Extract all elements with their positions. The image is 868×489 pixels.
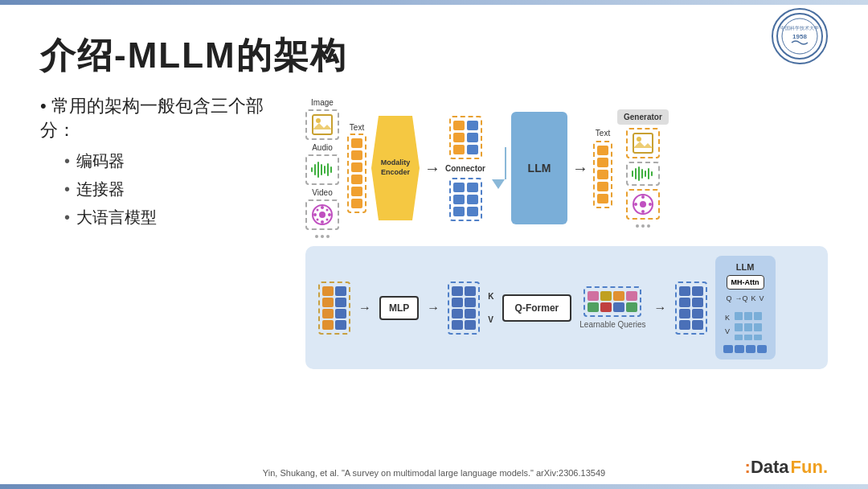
svg-text:V: V bbox=[725, 327, 730, 335]
image-modality: Image bbox=[305, 98, 339, 140]
svg-rect-4 bbox=[313, 115, 332, 134]
svg-point-26 bbox=[637, 137, 641, 142]
svg-rect-49 bbox=[744, 335, 752, 340]
svg-rect-13 bbox=[330, 166, 332, 173]
diagram-wrapper: Image Audio bbox=[305, 98, 828, 369]
left-panel: • 常用的架构一般包含三个部分： 编码器 连接器 大语言模型 bbox=[40, 94, 289, 369]
output-dots bbox=[636, 224, 650, 228]
bd-output-tokens bbox=[675, 281, 707, 335]
qkv-grid-svg: K V bbox=[723, 306, 768, 342]
svg-rect-12 bbox=[327, 163, 329, 176]
text-token-cell-5 bbox=[351, 187, 362, 196]
svg-rect-47 bbox=[754, 323, 762, 331]
svg-rect-8 bbox=[314, 164, 316, 175]
q-label: Q bbox=[727, 294, 732, 302]
svg-rect-27 bbox=[632, 171, 633, 177]
llm-box: LLM bbox=[511, 112, 567, 224]
svg-rect-9 bbox=[317, 162, 319, 178]
qformer-area: Q-Former bbox=[502, 294, 572, 322]
learnable-tokens bbox=[583, 286, 641, 317]
learnable-label: Learnable Queries bbox=[579, 320, 645, 329]
text-token-cell-2 bbox=[351, 150, 362, 160]
video-modality: Video bbox=[305, 188, 339, 230]
text-token-col bbox=[347, 134, 366, 213]
svg-point-35 bbox=[640, 201, 646, 208]
svg-rect-32 bbox=[648, 168, 649, 179]
mh-attn-box: MH-Attn bbox=[727, 275, 764, 290]
bd-arrow-2: → bbox=[427, 301, 440, 315]
svg-rect-28 bbox=[635, 168, 637, 179]
svg-point-22 bbox=[317, 219, 319, 221]
svg-point-37 bbox=[641, 210, 645, 213]
audio-modality: Audio bbox=[305, 143, 339, 185]
k-label-inner: K bbox=[751, 294, 756, 302]
qformer-box: Q-Former bbox=[502, 294, 572, 322]
input-modalities: Image Audio bbox=[305, 98, 339, 238]
bottom-diagram: → MLP → bbox=[305, 246, 828, 369]
svg-text:中国科学技术大学: 中国科学技术大学 bbox=[780, 26, 819, 31]
text-token-cell-6 bbox=[351, 199, 362, 208]
right-panel: Image Audio bbox=[305, 94, 828, 369]
video-icon-box bbox=[305, 199, 339, 230]
svg-point-38 bbox=[634, 203, 637, 206]
svg-rect-44 bbox=[754, 312, 762, 320]
svg-point-18 bbox=[313, 213, 317, 216]
brand-suffix: Fun. bbox=[791, 457, 828, 478]
v-label-inner: V bbox=[760, 294, 764, 302]
svg-marker-5 bbox=[313, 123, 332, 129]
svg-point-19 bbox=[328, 213, 331, 216]
svg-rect-46 bbox=[744, 323, 752, 331]
connector-label: Connector bbox=[445, 164, 485, 173]
learnable-queries-area: Learnable Queries bbox=[579, 286, 645, 329]
svg-point-36 bbox=[641, 195, 645, 199]
bd-input-tokens bbox=[318, 281, 350, 335]
llm-inner-area: LLM MH-Attn Q →Q K V K bbox=[715, 256, 776, 360]
svg-rect-43 bbox=[744, 312, 752, 320]
input-dots bbox=[315, 235, 330, 238]
text-token-cell-4 bbox=[351, 175, 362, 184]
svg-point-23 bbox=[326, 209, 329, 212]
llm-bottom-tokens bbox=[723, 345, 767, 353]
generator-area: Generator bbox=[617, 109, 669, 228]
image-label: Image bbox=[311, 98, 334, 107]
audio-label: Audio bbox=[312, 143, 333, 152]
svg-rect-48 bbox=[735, 335, 743, 340]
output-video-box bbox=[626, 189, 660, 220]
audio-icon-box bbox=[305, 154, 339, 185]
arrow-2: → bbox=[572, 159, 588, 178]
connector-token-block-top bbox=[449, 116, 482, 159]
sub-bullet-3: 大语言模型 bbox=[64, 207, 289, 228]
bottom-bar bbox=[0, 484, 868, 489]
brand-prefix: :Data bbox=[745, 457, 789, 478]
svg-rect-10 bbox=[321, 164, 322, 175]
svg-rect-50 bbox=[754, 335, 762, 340]
connector-area: Connector bbox=[445, 116, 485, 221]
svg-rect-45 bbox=[735, 323, 743, 331]
text-token-cell-3 bbox=[351, 162, 362, 172]
svg-rect-33 bbox=[651, 171, 653, 176]
svg-point-20 bbox=[317, 209, 319, 212]
llm-label: LLM bbox=[528, 162, 551, 175]
qkv-labels-row: Q →Q K V bbox=[727, 294, 764, 302]
svg-text:1958: 1958 bbox=[792, 33, 807, 40]
video-label: Video bbox=[312, 188, 332, 197]
bd-arrow-1: → bbox=[358, 301, 371, 315]
svg-point-21 bbox=[326, 219, 329, 221]
generator-box: Generator bbox=[617, 109, 669, 125]
content-area: • 常用的架构一般包含三个部分： 编码器 连接器 大语言模型 bbox=[40, 94, 828, 369]
text-label-top: Text bbox=[350, 123, 364, 132]
svg-point-15 bbox=[319, 212, 326, 218]
mlp-box: MLP bbox=[379, 296, 419, 320]
citation: Yin, Shukang, et al. "A survey on multim… bbox=[263, 468, 605, 478]
sub-bullet-1: 编码器 bbox=[64, 150, 289, 172]
bd-middle-tokens bbox=[448, 281, 480, 335]
modality-encoder-box: ModalityEncoder bbox=[371, 116, 420, 220]
svg-rect-11 bbox=[324, 166, 326, 174]
bd-arrow-3: → bbox=[654, 301, 667, 315]
main-bullet: • 常用的架构一般包含三个部分： bbox=[40, 94, 289, 142]
university-logo: 中国科学技术大学 1958 bbox=[772, 8, 828, 64]
k-label: K bbox=[488, 292, 493, 301]
text-token-area: Text bbox=[347, 123, 366, 213]
arrow-1: → bbox=[424, 159, 440, 178]
svg-rect-42 bbox=[735, 312, 743, 320]
